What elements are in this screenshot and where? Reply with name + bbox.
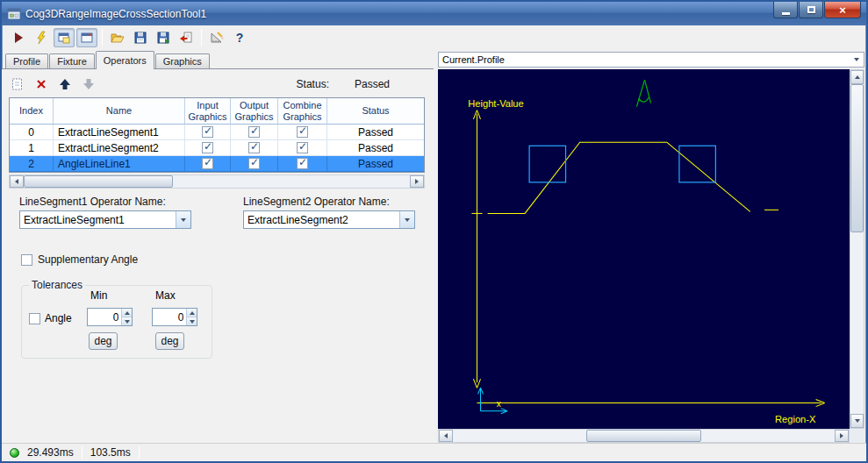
angle-max-input[interactable] bbox=[153, 309, 186, 325]
down-arrow-icon bbox=[190, 320, 195, 324]
dropdown-button[interactable] bbox=[850, 53, 864, 67]
show-tooltips-toggle[interactable] bbox=[54, 28, 75, 47]
column-header-output-graphics[interactable]: Output Graphics bbox=[231, 98, 278, 125]
segment-selection-boxes bbox=[529, 146, 715, 182]
min-label: Min bbox=[90, 289, 107, 302]
statusbar-separator bbox=[82, 446, 82, 459]
right-arrow-icon bbox=[415, 179, 419, 184]
output-graphics-checkbox[interactable] bbox=[248, 142, 260, 153]
operators-tab-body: Status: Passed Index Name Input Graphics… bbox=[2, 68, 434, 443]
setup-button[interactable] bbox=[206, 28, 227, 47]
minimize-button[interactable] bbox=[773, 2, 798, 18]
scrollbar-track[interactable] bbox=[850, 84, 864, 414]
move-up-button[interactable] bbox=[56, 75, 74, 93]
tab-graphics[interactable]: Graphics bbox=[155, 53, 210, 68]
table-horizontal-scrollbar bbox=[9, 175, 425, 189]
scroll-left-button[interactable] bbox=[10, 175, 24, 188]
svg-text:?: ? bbox=[236, 31, 244, 45]
input-graphics-checkbox[interactable] bbox=[202, 126, 213, 138]
toolbar-separator bbox=[201, 29, 202, 46]
scrollbar-track[interactable] bbox=[24, 175, 410, 188]
column-header-index[interactable]: Index bbox=[10, 98, 54, 125]
save-record-button[interactable] bbox=[153, 28, 174, 47]
column-header-input-graphics[interactable]: Input Graphics bbox=[185, 98, 231, 125]
line-segment1-value: ExtractLineSegment1 bbox=[20, 214, 176, 226]
angle-min-unit-button[interactable]: deg bbox=[89, 332, 118, 350]
left-arrow-icon bbox=[444, 433, 448, 438]
angle-tolerance-checkbox[interactable] bbox=[29, 313, 40, 324]
tab-operators[interactable]: Operators bbox=[96, 51, 154, 69]
run-button[interactable] bbox=[8, 28, 29, 47]
scrollbar-track[interactable] bbox=[453, 430, 835, 442]
cell-name: ExtractLineSegment2 bbox=[54, 140, 185, 156]
scroll-right-button[interactable] bbox=[410, 175, 424, 188]
move-up-icon bbox=[59, 78, 71, 90]
window-title: Cog3DRangeImageCrossSectionTool1 bbox=[25, 8, 206, 20]
scrollbar-corner bbox=[850, 429, 864, 443]
import-icon bbox=[179, 31, 193, 45]
combine-graphics-checkbox[interactable] bbox=[297, 158, 308, 169]
cell-combine-graphics bbox=[278, 125, 327, 140]
live-run-button[interactable] bbox=[31, 28, 52, 47]
profile-source-value: Current.Profile bbox=[439, 54, 850, 65]
output-graphics-checkbox[interactable] bbox=[248, 158, 260, 169]
dropdown-button[interactable] bbox=[176, 211, 190, 228]
table-row[interactable]: 0 ExtractLineSegment1 Passed bbox=[10, 125, 424, 140]
table-header-row: Index Name Input Graphics Output Graphic… bbox=[10, 98, 424, 125]
combine-graphics-checkbox[interactable] bbox=[297, 142, 308, 153]
scrollbar-thumb[interactable] bbox=[24, 175, 173, 188]
toolbar-separator bbox=[102, 29, 103, 46]
maximize-button[interactable] bbox=[799, 2, 823, 18]
scroll-left-button[interactable] bbox=[439, 430, 453, 442]
spin-down-button[interactable] bbox=[187, 317, 197, 325]
cell-input-graphics bbox=[185, 140, 231, 156]
column-header-combine-graphics[interactable]: Combine Graphics bbox=[278, 98, 327, 125]
scrollbar-thumb[interactable] bbox=[850, 84, 864, 232]
spin-down-button[interactable] bbox=[122, 317, 132, 325]
table-row[interactable]: 1 ExtractLineSegment2 Passed bbox=[10, 140, 424, 156]
scroll-down-button[interactable] bbox=[850, 414, 864, 428]
spin-up-button[interactable] bbox=[187, 309, 197, 317]
spin-up-button[interactable] bbox=[122, 309, 132, 317]
cell-input-graphics bbox=[185, 125, 231, 140]
help-button[interactable]: ? bbox=[229, 28, 250, 47]
line-segment2-combobox[interactable]: ExtractLineSegment2 bbox=[243, 210, 415, 229]
profile-graphics-display[interactable]: Height-Value Region-X bbox=[438, 69, 850, 429]
scrollbar-thumb[interactable] bbox=[586, 430, 701, 442]
save-button[interactable] bbox=[130, 28, 151, 47]
column-header-status[interactable]: Status bbox=[327, 98, 424, 125]
cell-output-graphics bbox=[231, 156, 278, 172]
cell-index: 1 bbox=[10, 140, 54, 156]
angle-max-unit-button[interactable]: deg bbox=[155, 332, 184, 350]
supplementary-angle-label: Supplementary Angle bbox=[38, 253, 138, 266]
close-button[interactable]: × bbox=[824, 2, 861, 18]
table-row-selected[interactable]: 2 AngleLineLine1 Passed bbox=[10, 156, 424, 172]
y-axis-label: Height-Value bbox=[468, 98, 523, 109]
save-record-icon bbox=[156, 31, 170, 45]
input-graphics-checkbox[interactable] bbox=[202, 142, 213, 153]
dropdown-button[interactable] bbox=[399, 211, 414, 228]
line-segment1-combobox[interactable]: ExtractLineSegment1 bbox=[19, 210, 191, 229]
cell-input-graphics bbox=[185, 156, 231, 172]
add-operator-button[interactable] bbox=[9, 75, 26, 93]
profile-source-combobox[interactable]: Current.Profile bbox=[438, 52, 864, 68]
column-header-name[interactable]: Name bbox=[54, 98, 185, 125]
tab-profile[interactable]: Profile bbox=[5, 53, 48, 68]
total-time-value: 103.5ms bbox=[90, 446, 131, 459]
supplementary-angle-checkbox[interactable] bbox=[21, 254, 32, 266]
scroll-right-button[interactable] bbox=[835, 430, 849, 442]
operators-toolbar: Status: Passed bbox=[9, 73, 430, 96]
move-down-button[interactable] bbox=[80, 75, 97, 93]
combine-graphics-checkbox[interactable] bbox=[297, 126, 308, 138]
import-button[interactable] bbox=[176, 28, 197, 47]
x-axis-label: Region-X bbox=[775, 414, 816, 424]
float-window-toggle[interactable] bbox=[76, 28, 97, 47]
output-graphics-checkbox[interactable] bbox=[248, 126, 260, 138]
open-button[interactable] bbox=[107, 28, 128, 47]
profile-display-panel: Current.Profile Height-Value Region-X bbox=[438, 50, 866, 443]
input-graphics-checkbox[interactable] bbox=[202, 158, 213, 169]
tab-fixture[interactable]: Fixture bbox=[49, 53, 95, 68]
scroll-up-button[interactable] bbox=[850, 70, 864, 84]
angle-min-input[interactable] bbox=[88, 309, 121, 325]
delete-operator-button[interactable] bbox=[32, 75, 50, 93]
